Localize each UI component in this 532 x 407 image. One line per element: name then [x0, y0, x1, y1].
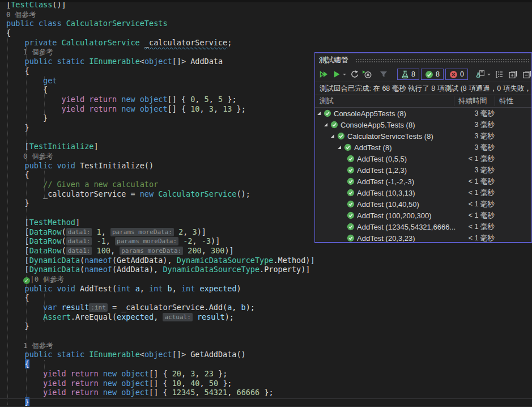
passed-tests-count: 8: [436, 70, 440, 78]
column-traits[interactable]: 特性: [499, 95, 513, 107]
editor-bottom-border: [0, 398, 532, 399]
code-token: return: [71, 388, 99, 397]
code-token: object: [140, 95, 168, 104]
code-token: ,: [199, 104, 208, 113]
column-separator[interactable]: [454, 96, 454, 106]
code-token: [6, 95, 62, 104]
code-line: [6, 133, 315, 142]
code-line: [6, 208, 315, 218]
test-tree-row[interactable]: ConsoleApp5.Tests (8)3 毫秒: [315, 119, 531, 130]
test-tree-row[interactable]: AddTest (12345,54321,6666...< 1 毫秒: [315, 221, 531, 232]
test-explorer-panel: 測試總管: [314, 52, 532, 243]
code-token: <: [140, 350, 144, 359]
code-token: ();: [236, 189, 250, 198]
test-tree-row[interactable]: AddTest (20,3,23)< 1 毫秒: [315, 232, 531, 243]
code-token: [99, 379, 103, 388]
code-token: [135, 104, 140, 113]
expand-all-icon[interactable]: [508, 68, 518, 80]
code-token: [6, 359, 25, 368]
code-token: };: [259, 388, 273, 397]
code-token: (: [62, 246, 66, 255]
code-token: ,: [209, 95, 218, 104]
test-passed-icon: [347, 200, 355, 208]
code-token: [193, 312, 197, 321]
test-tree-row[interactable]: AddTest (-1,-2,-3)< 1 毫秒: [315, 176, 531, 187]
code-token: <: [140, 57, 144, 66]
passed-tests-badge[interactable]: 8: [421, 69, 444, 80]
code-token: [99, 388, 103, 397]
hierarchy-icon[interactable]: [495, 68, 504, 80]
expander-icon[interactable]: [317, 112, 321, 115]
code-token: IEnumerable: [89, 350, 139, 359]
horizontal-scrollbar[interactable]: [0, 406, 532, 406]
test-tree-row[interactable]: AddTest (1,2,3)3 毫秒: [315, 164, 531, 176]
test-name-label: CalculatorServiceTests (8): [347, 132, 433, 141]
code-token: [] {: [149, 379, 172, 388]
code-token: result: [62, 303, 90, 312]
code-token: -3: [202, 236, 211, 245]
cancel-run-icon[interactable]: [362, 68, 372, 80]
code-token: []> AddData: [172, 57, 223, 66]
test-tree-row[interactable]: AddTest (8)3 毫秒: [315, 142, 531, 153]
run-icon[interactable]: [333, 68, 346, 80]
code-token: .Property)]: [259, 265, 310, 274]
group-by-icon[interactable]: [475, 68, 491, 80]
code-token: object: [121, 379, 149, 388]
code-token: 100: [97, 246, 110, 255]
test-duration: < 1 毫秒: [454, 188, 495, 198]
test-tree-row[interactable]: AddTest (10,40,50)< 1 毫秒: [315, 198, 531, 210]
failed-tests-badge[interactable]: 0: [445, 69, 468, 80]
test-tree-row[interactable]: AddTest (100,200,300)< 1 毫秒: [315, 210, 531, 221]
test-tree-row[interactable]: CalculatorServiceTests (8)3 毫秒: [315, 130, 531, 142]
code-token: ,: [195, 388, 204, 397]
test-passed-icon: [347, 223, 355, 231]
code-token: DynamicDataSourceType: [177, 256, 274, 265]
tree-column-header[interactable]: 測試 持續時間 特性: [315, 95, 531, 108]
column-duration[interactable]: 持續時間: [458, 95, 487, 107]
test-name-label: ConsoleApp5.Tests (8): [341, 121, 415, 129]
code-line: yield return new object[] { 20, 3, 23 };: [6, 369, 315, 379]
code-token: ]: [75, 218, 80, 227]
code-area[interactable]: [TestClass()]0 個參考public class Calculato…: [6, 0, 315, 407]
code-token: ,: [227, 388, 236, 397]
code-token: nameof: [84, 265, 112, 274]
code-token: return: [71, 369, 99, 378]
column-separator[interactable]: [495, 96, 495, 106]
code-token: new: [121, 95, 135, 104]
code-token: return: [89, 95, 117, 104]
code-token: TestInitialize: [29, 142, 94, 151]
window-top-edge: [0, 0, 532, 2]
code-token: [] {: [149, 369, 172, 378]
code-token: yield: [62, 95, 85, 104]
expander-icon[interactable]: [331, 134, 334, 138]
repeat-run-icon[interactable]: [350, 68, 359, 80]
collapse-all-icon[interactable]: [522, 68, 532, 80]
code-token: [6, 312, 43, 321]
code-token: [6, 161, 25, 170]
test-explorer-title-bar[interactable]: 測試總管: [315, 53, 531, 67]
test-tree-row[interactable]: ConsoleApp5Tests (8)3 毫秒: [315, 108, 531, 119]
code-token: [6, 388, 43, 397]
panel-drag-grip[interactable]: [355, 58, 530, 63]
code-token: (: [80, 256, 84, 265]
expander-icon[interactable]: [324, 123, 327, 126]
filter-funnel-icon[interactable]: [379, 68, 388, 80]
run-all-icon[interactable]: [319, 68, 329, 80]
test-duration: 3 毫秒: [454, 120, 495, 130]
code-token: 0 個參考: [6, 152, 53, 160]
column-test[interactable]: 測試: [320, 95, 334, 107]
code-token: public: [25, 57, 53, 66]
code-token: [: [6, 218, 29, 227]
test-tree-row[interactable]: AddTest (0,5,5)< 1 毫秒: [315, 153, 531, 164]
test-name-label: AddTest (-1,-2,-3): [357, 177, 414, 186]
code-token: yield: [43, 379, 66, 388]
total-tests-badge[interactable]: 8: [397, 69, 419, 80]
code-token: [6, 379, 43, 388]
code-token: 1: [97, 227, 101, 236]
code-token: [66, 388, 71, 397]
expander-icon[interactable]: [338, 146, 341, 149]
code-token: [34, 19, 39, 28]
test-tree-row[interactable]: AddTest (10,3,13)< 1 毫秒: [315, 187, 531, 198]
code-token: var: [43, 303, 57, 312]
code-token: int: [181, 284, 195, 293]
